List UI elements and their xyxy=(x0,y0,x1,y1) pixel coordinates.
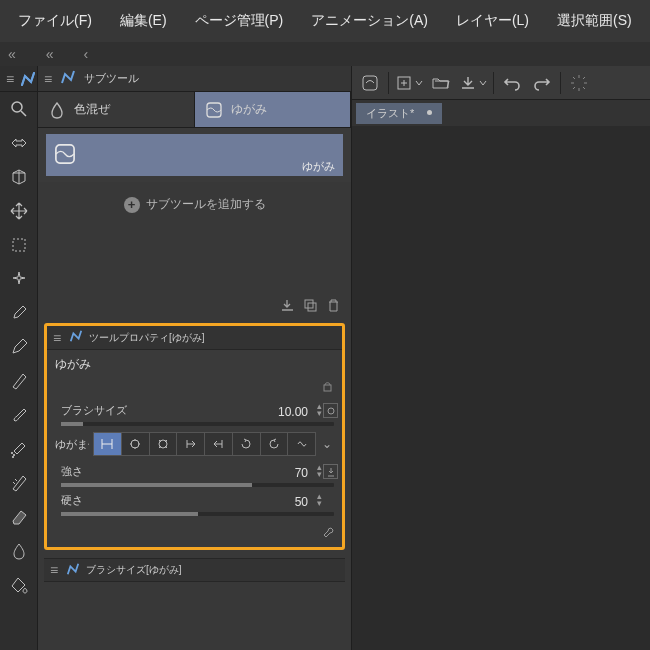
panel-title: ブラシサイズ[ゆがみ] xyxy=(84,563,182,577)
tool-eraser[interactable] xyxy=(0,500,37,534)
brush-size-value[interactable]: 10.00 xyxy=(278,405,308,419)
trash-icon[interactable] xyxy=(326,298,341,316)
save-group[interactable] xyxy=(457,69,489,97)
dirty-indicator-icon xyxy=(427,110,432,115)
strength-slider[interactable] xyxy=(61,483,334,487)
redo-button[interactable] xyxy=(528,69,556,97)
hardness-slider[interactable] xyxy=(61,512,334,516)
canvas-area: イラスト* xyxy=(352,66,650,650)
subtool-panel: ≡ サブツール 色混ぜ ゆがみ ゆがみ + サブツールを追加する xyxy=(38,66,352,650)
subtool-tab-row: 色混ぜ ゆがみ xyxy=(38,92,351,128)
document-tabs: イラスト* xyxy=(352,100,650,126)
tool-3d[interactable] xyxy=(0,160,37,194)
undo-button[interactable] xyxy=(498,69,526,97)
tool-move-layer[interactable] xyxy=(0,194,37,228)
stepper-icon[interactable]: ▴▾ xyxy=(317,464,322,478)
brush-icon xyxy=(69,329,83,346)
tool-eyedropper[interactable] xyxy=(0,296,37,330)
tool-brush[interactable] xyxy=(0,398,37,432)
hamburger-icon[interactable]: ≡ xyxy=(44,562,62,578)
menu-animation[interactable]: アニメーション(A) xyxy=(299,6,440,36)
collapse-row: « « ‹ xyxy=(0,42,650,66)
tab-blend[interactable]: 色混ぜ xyxy=(38,92,195,127)
hamburger-icon[interactable]: ≡ xyxy=(47,330,65,346)
menu-file[interactable]: ファイル(F) xyxy=(6,6,104,36)
import-icon[interactable] xyxy=(280,298,295,316)
svg-rect-14 xyxy=(363,76,377,90)
brush-size-slider[interactable] xyxy=(61,422,334,426)
document-tab[interactable]: イラスト* xyxy=(356,103,442,124)
tool-pen[interactable] xyxy=(0,330,37,364)
tool-pencil[interactable] xyxy=(0,364,37,398)
mode-push[interactable] xyxy=(94,433,122,455)
brush-size-panel: ≡ ブラシサイズ[ゆがみ] xyxy=(44,558,345,582)
tool-zoom[interactable] xyxy=(0,92,37,126)
mode-push-left[interactable] xyxy=(177,433,205,455)
add-subtool-button[interactable]: + サブツールを追加する xyxy=(38,182,351,227)
tool-move[interactable] xyxy=(0,126,37,160)
tool-blend[interactable] xyxy=(0,534,37,568)
subtool-panel-header: ≡ サブツール xyxy=(38,66,351,92)
tool-decoration[interactable] xyxy=(0,466,37,500)
subtool-list: ゆがみ xyxy=(38,128,351,182)
collapse-chevron-icon[interactable]: « xyxy=(42,46,58,62)
svg-rect-2 xyxy=(13,239,25,251)
tool-marquee[interactable] xyxy=(0,228,37,262)
hardness-value[interactable]: 50 xyxy=(295,495,308,509)
mode-twirl-ccw[interactable] xyxy=(261,433,289,455)
collapse-chevron-icon[interactable]: « xyxy=(4,46,20,62)
chevron-down-icon[interactable]: ⌄ xyxy=(320,437,334,451)
stepper-icon[interactable]: ▴▾ xyxy=(317,403,322,417)
svg-point-11 xyxy=(328,408,334,414)
pressure-toggle-icon[interactable] xyxy=(323,464,338,479)
tool-wand[interactable] xyxy=(0,262,37,296)
panel-title: サブツール xyxy=(80,71,139,86)
mode-twirl-cw[interactable] xyxy=(233,433,261,455)
mode-pinch[interactable] xyxy=(150,433,178,455)
strength-label: 強さ xyxy=(61,464,334,479)
mode-reconstruct[interactable] xyxy=(288,433,315,455)
chevron-down-icon xyxy=(479,79,487,87)
menu-layer[interactable]: レイヤー(L) xyxy=(444,6,541,36)
tab-liquify[interactable]: ゆがみ xyxy=(195,92,352,127)
subtool-item-liquify[interactable]: ゆがみ xyxy=(46,134,343,176)
mode-expand[interactable] xyxy=(122,433,150,455)
menu-selection[interactable]: 選択範囲(S) xyxy=(545,6,644,36)
menu-edit[interactable]: 編集(E) xyxy=(108,6,179,36)
hardness-label: 硬さ xyxy=(61,493,334,508)
stepper-icon[interactable]: ▴▾ xyxy=(317,493,322,507)
liquify-icon xyxy=(203,99,225,121)
brush-icon xyxy=(60,69,76,88)
canvas-toolbar xyxy=(352,66,650,100)
wrench-icon[interactable] xyxy=(322,529,336,543)
back-chevron-icon[interactable]: ‹ xyxy=(80,46,93,62)
mode-push-right[interactable] xyxy=(205,433,233,455)
canvas[interactable] xyxy=(352,126,650,650)
main-layout: ≡ ≡ サブツール 色混ぜ xyxy=(0,66,650,650)
svg-rect-8 xyxy=(305,300,313,308)
hamburger-icon[interactable]: ≡ xyxy=(0,71,18,87)
add-subtool-label: サブツールを追加する xyxy=(146,196,266,213)
loading-icon xyxy=(565,69,593,97)
panel-title: ツールプロパティ[ゆがみ] xyxy=(87,331,205,345)
tool-fill[interactable] xyxy=(0,568,37,602)
hamburger-icon[interactable]: ≡ xyxy=(38,71,56,87)
blend-icon xyxy=(46,99,68,121)
new-group[interactable] xyxy=(393,69,425,97)
tool-property-header: ≡ ツールプロパティ[ゆがみ] xyxy=(47,326,342,350)
chevron-down-icon xyxy=(415,79,423,87)
menu-page[interactable]: ページ管理(P) xyxy=(183,6,296,36)
svg-point-4 xyxy=(11,452,12,453)
svg-point-5 xyxy=(12,456,13,457)
pressure-toggle-icon[interactable] xyxy=(323,403,338,418)
open-button[interactable] xyxy=(427,69,455,97)
clear-button[interactable] xyxy=(356,69,384,97)
tab-label: ゆがみ xyxy=(231,101,267,118)
tool-airbrush[interactable] xyxy=(0,432,37,466)
lock-icon[interactable] xyxy=(321,381,334,395)
duplicate-icon[interactable] xyxy=(303,298,318,316)
menu-bar: ファイル(F) 編集(E) ページ管理(P) アニメーション(A) レイヤー(L… xyxy=(0,0,650,42)
brush-size-row: ブラシサイズ 10.00 ▴▾ xyxy=(47,399,342,428)
strength-value[interactable]: 70 xyxy=(295,466,308,480)
active-tool-icon[interactable] xyxy=(18,71,37,87)
